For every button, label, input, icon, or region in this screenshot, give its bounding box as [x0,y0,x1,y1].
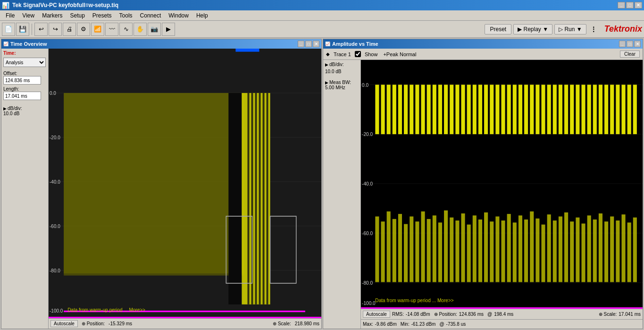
undo-button[interactable]: ↩ [34,23,48,36]
right-panel-close[interactable]: ✕ [634,41,641,47]
svg-rect-128 [621,214,625,282]
svg-rect-127 [616,220,619,282]
menu-help[interactable]: Help [192,11,212,20]
save-button[interactable]: 💾 [16,23,29,36]
menu-setup[interactable]: Setup [66,11,88,20]
right-scale-label: ⊕ Scale: [599,312,617,317]
camera-button[interactable]: 📷 [148,23,161,36]
close-button[interactable]: ✕ [635,2,642,8]
length-label: Length: [3,86,46,92]
left-chart[interactable]: 0.0 -20.0 -40.0 -60.0 -80.0 -100.0 [49,49,321,317]
svg-rect-14 [228,93,242,305]
right-autoscale-button[interactable]: Autoscale [363,311,390,318]
play-button[interactable]: ▶ [162,23,175,36]
svg-rect-79 [604,85,608,134]
svg-rect-104 [484,212,488,282]
menu-markers[interactable]: Markers [38,11,66,20]
svg-rect-75 [581,85,585,134]
svg-rect-111 [524,220,528,282]
time-mode-select[interactable]: Analysis Acquisition [3,58,46,67]
svg-rect-71 [559,85,562,134]
svg-rect-100 [461,213,465,282]
svg-rect-42 [393,85,396,134]
svg-rect-106 [495,217,499,282]
right-panel-maximize[interactable]: □ [627,41,633,47]
right-chart[interactable]: 0.0 -20.0 -40.0 -60.0 -80.0 -100.0 [361,60,643,307]
preset-button[interactable]: Preset [485,24,511,34]
svg-rect-87 [387,212,391,282]
min-label: Min: [401,322,410,327]
left-chart-svg: 0.0 -20.0 -40.0 -60.0 -80.0 -100.0 [49,49,321,317]
svg-rect-60 [495,85,499,134]
svg-text:-80.0: -80.0 [50,268,60,273]
left-scale-value: 218.980 ms [295,321,319,326]
svg-rect-114 [541,225,545,282]
svg-rect-82 [621,85,625,134]
svg-rect-105 [490,221,493,282]
svg-rect-84 [633,85,637,134]
signal2-button[interactable]: 〰 [105,23,118,36]
svg-rect-122 [587,215,591,282]
dbdiv-arrow[interactable]: ▶ [3,106,7,111]
panel-minimize[interactable]: _ [298,41,304,47]
svg-text:-60.0: -60.0 [50,224,60,229]
print-button[interactable]: 🖨 [63,23,76,36]
svg-rect-76 [587,85,591,134]
trace-show-checkbox[interactable] [355,51,361,57]
new-button[interactable]: 📄 [2,23,15,36]
main-content: 📈 Time Overview _ □ ✕ Time: Analysis Acq… [0,38,644,330]
svg-rect-78 [599,85,602,134]
svg-text:-20.0: -20.0 [50,135,60,140]
titlebar-text: Tek SignalVu-PC keyfobfull=w-setup.tiq [12,2,118,8]
right-meas-row: ▶ Meas BW: [325,80,359,85]
maximize-button[interactable]: □ [626,2,634,8]
run-button[interactable]: ▷ Run ▼ [554,24,586,34]
right-meas-arrow[interactable]: ▶ [325,80,328,85]
menu-connect[interactable]: Connect [136,11,165,20]
right-panel-minimize[interactable]: _ [619,41,626,47]
svg-rect-85 [375,217,379,282]
panel-maximize[interactable]: □ [305,41,312,47]
offset-input[interactable] [3,76,41,85]
right-dbdiv-arrow[interactable]: ▶ [325,62,328,67]
svg-rect-112 [530,212,534,282]
length-input[interactable] [3,92,41,100]
more-options-button[interactable]: ⋮ [588,25,599,33]
panel-close[interactable]: ✕ [313,41,319,47]
right-dbdiv-label: dB/div: [329,62,344,67]
right-panel-controls: _ □ ✕ [619,41,641,47]
svg-rect-124 [599,213,602,282]
signal3-button[interactable]: ∿ [119,23,133,36]
svg-rect-61 [501,85,505,134]
dbdiv-section: ▶ dB/div: 10.0 dB [3,106,46,116]
svg-rect-99 [455,220,459,282]
svg-rect-120 [576,218,579,282]
amplitude-time-panel: 📈 Amplitude vs Time _ □ ✕ ◆ Trace 1 Show… [323,39,643,329]
signal-button[interactable]: 📶 [91,23,104,36]
rms-value: -14.08 dBm [406,312,430,317]
svg-rect-96 [438,222,442,282]
redo-button[interactable]: ↪ [49,23,62,36]
svg-rect-65 [524,85,528,134]
settings-button[interactable]: ⚙ [77,23,90,36]
svg-rect-130 [633,218,637,282]
svg-rect-45 [410,85,413,134]
svg-rect-63 [513,85,517,134]
svg-rect-119 [570,221,574,282]
svg-rect-13 [64,250,243,276]
offset-label: Offset: [3,71,46,76]
clear-button[interactable]: Clear [620,51,640,58]
right-meas-value: 5.00 MHz [325,85,359,90]
left-autoscale-button[interactable]: Autoscale [50,320,78,327]
menu-file[interactable]: File [2,11,18,20]
svg-rect-53 [455,85,459,134]
minimize-button[interactable]: _ [618,2,625,8]
marker-button[interactable]: ✋ [134,23,147,36]
menu-window[interactable]: Window [165,11,192,20]
menu-tools[interactable]: Tools [116,11,136,20]
svg-rect-56 [473,85,477,134]
menu-view[interactable]: View [18,11,38,20]
replay-button[interactable]: ▶ Replay ▼ [513,24,552,34]
menu-presets[interactable]: Presets [89,11,116,20]
svg-rect-93 [421,212,425,282]
